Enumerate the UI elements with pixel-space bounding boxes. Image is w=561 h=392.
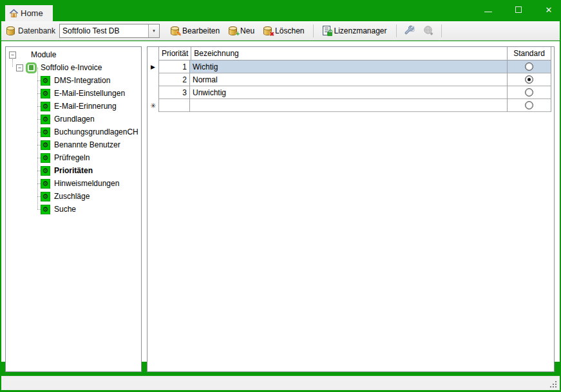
sidebar-item-prioritaeten[interactable]: ⚙ Prioritäten bbox=[6, 164, 141, 177]
standard-radio[interactable] bbox=[525, 88, 533, 97]
loeschen-button[interactable]: ✖ Löschen bbox=[259, 24, 309, 37]
sidebar-item-buchungsgrundlagen-ch[interactable]: ⚙ BuchungsgrundlagenCH bbox=[6, 126, 141, 138]
datenbank-select-value: Softfolio Test DB bbox=[60, 24, 148, 37]
neu-button[interactable]: + Neu bbox=[224, 24, 259, 37]
sidebar-item-grundlagen[interactable]: ⚙ Grundlagen bbox=[6, 113, 141, 126]
cell-standard[interactable] bbox=[508, 99, 551, 112]
home-icon bbox=[9, 8, 19, 18]
minimize-icon bbox=[484, 12, 492, 12]
standard-radio[interactable] bbox=[525, 101, 533, 109]
toolbar-separator bbox=[396, 24, 397, 37]
lizenzmanager-button[interactable]: Lizenzmanager bbox=[318, 24, 391, 37]
search-web-button-disabled[interactable] bbox=[420, 23, 437, 38]
database-icon bbox=[6, 26, 15, 35]
module-gear-icon: ⚙ bbox=[41, 153, 50, 163]
sidebar-item-email-einstellungen[interactable]: ⚙ E-Mail-Einstellungen bbox=[6, 87, 141, 100]
module-gear-icon: ⚙ bbox=[41, 76, 50, 86]
combobox-dropdown-button[interactable]: ▼ bbox=[148, 24, 159, 37]
sidebar-item-hinweismeldungen[interactable]: ⚙ Hinweismeldungen bbox=[6, 177, 141, 190]
close-button[interactable]: ✕ bbox=[544, 5, 553, 14]
row-selector[interactable] bbox=[147, 73, 159, 86]
tree-expander-icon[interactable]: − bbox=[9, 51, 16, 59]
database-delete-icon: ✖ bbox=[263, 26, 272, 35]
priorities-grid: Priorität Bezeichnung Standard ▶ 1 Wicht… bbox=[147, 47, 551, 112]
cell-prioritaet[interactable]: 2 bbox=[159, 73, 190, 86]
database-edit-icon: ✎ bbox=[171, 26, 179, 35]
row-selector[interactable] bbox=[147, 86, 159, 99]
settings-button[interactable] bbox=[401, 23, 417, 38]
table-row[interactable]: 2 Normal bbox=[147, 73, 551, 86]
current-row-marker-icon: ▶ bbox=[151, 64, 155, 70]
new-row-marker-icon: ✳ bbox=[150, 102, 156, 110]
tab-home-label: Home bbox=[21, 8, 43, 18]
cell-bezeichnung[interactable]: Normal bbox=[190, 73, 508, 86]
module-gear-icon: ⚙ bbox=[41, 205, 50, 214]
license-document-lock-icon bbox=[323, 26, 330, 35]
module-gear-icon: ⚙ bbox=[41, 140, 50, 150]
tree-group-label: Softfolio e-Invoice bbox=[41, 63, 102, 72]
globe-icon bbox=[423, 25, 434, 36]
sidebar-item-benannte-benutzer[interactable]: ⚙ Benannte Benutzer bbox=[6, 138, 141, 151]
module-gear-icon: ⚙ bbox=[41, 166, 50, 176]
cell-bezeichnung[interactable] bbox=[190, 99, 508, 112]
status-bar bbox=[1, 376, 560, 390]
minimize-button[interactable] bbox=[484, 5, 493, 14]
maximize-icon bbox=[515, 6, 522, 13]
table-row[interactable]: 3 Unwichtig bbox=[147, 86, 551, 99]
cell-bezeichnung[interactable]: Wichtig bbox=[190, 61, 508, 73]
module-gear-icon: ⚙ bbox=[41, 115, 50, 124]
cell-prioritaet[interactable]: 3 bbox=[159, 86, 190, 99]
toolbar: Datenbank Softfolio Test DB ▼ ✎ Bearbeit… bbox=[1, 21, 560, 41]
datenbank-select[interactable]: Softfolio Test DB ▼ bbox=[59, 24, 160, 38]
tree-root-label: Module bbox=[31, 50, 56, 59]
tab-home[interactable]: Home bbox=[5, 5, 53, 21]
column-header-prioritaet[interactable]: Priorität bbox=[159, 47, 191, 61]
standard-radio[interactable] bbox=[525, 75, 533, 84]
cell-standard[interactable] bbox=[508, 61, 551, 73]
standard-radio[interactable] bbox=[525, 62, 533, 71]
wrench-icon bbox=[404, 25, 415, 36]
bearbeiten-label: Bearbeiten bbox=[182, 26, 220, 35]
priorities-grid-panel: Priorität Bezeichnung Standard ▶ 1 Wicht… bbox=[147, 46, 555, 372]
table-row-new[interactable]: ✳ bbox=[147, 99, 551, 112]
sidebar-item-zuschlaege[interactable]: ⚙ Zuschläge bbox=[6, 190, 141, 203]
lizenzmanager-label: Lizenzmanager bbox=[334, 26, 386, 35]
column-header-bezeichnung[interactable]: Bezeichnung bbox=[191, 47, 508, 61]
e-invoice-icon bbox=[26, 62, 37, 73]
main-content: − Module − Softfolio e-Invoice ⚙ DMS-Int… bbox=[1, 41, 560, 362]
cell-bezeichnung[interactable]: Unwichtig bbox=[190, 86, 508, 99]
module-gear-icon: ⚙ bbox=[41, 102, 50, 111]
sidebar-item-dms-integration[interactable]: ⚙ DMS-Integration bbox=[6, 74, 141, 87]
sidebar-item-module[interactable]: − Module bbox=[6, 48, 141, 61]
module-tree-panel: − Module − Softfolio e-Invoice ⚙ DMS-Int… bbox=[5, 46, 142, 372]
sidebar-item-pruefregeln[interactable]: ⚙ Prüfregeln bbox=[6, 151, 141, 164]
cell-prioritaet[interactable]: 1 bbox=[159, 61, 190, 73]
toolbar-separator bbox=[313, 24, 314, 37]
resize-grip[interactable] bbox=[555, 386, 556, 387]
cell-standard[interactable] bbox=[508, 73, 551, 86]
sidebar-item-suche[interactable]: ⚙ Suche bbox=[6, 203, 141, 216]
maximize-button[interactable] bbox=[514, 5, 523, 14]
module-gear-icon: ⚙ bbox=[41, 89, 50, 98]
cell-standard[interactable] bbox=[508, 86, 551, 99]
bearbeiten-button[interactable]: ✎ Bearbeiten bbox=[166, 24, 224, 37]
neu-label: Neu bbox=[240, 26, 254, 35]
titlebar[interactable]: Home ✕ bbox=[0, 0, 561, 21]
module-tree: − Module − Softfolio e-Invoice ⚙ DMS-Int… bbox=[6, 47, 141, 216]
module-gear-icon: ⚙ bbox=[41, 127, 50, 137]
sidebar-item-email-erinnerung[interactable]: ⚙ E-Mail-Erinnerung bbox=[6, 100, 141, 113]
row-selector[interactable]: ▶ bbox=[147, 61, 159, 73]
app-window: Home ✕ Datenbank Softfolio Test DB ▼ ✎ B… bbox=[0, 0, 561, 392]
loeschen-label: Löschen bbox=[275, 26, 304, 35]
sidebar-item-softfolio-e-invoice[interactable]: − Softfolio e-Invoice bbox=[6, 61, 141, 74]
column-header-standard[interactable]: Standard bbox=[508, 47, 551, 61]
header-row-selector bbox=[147, 47, 159, 61]
row-selector[interactable]: ✳ bbox=[147, 99, 159, 112]
chevron-down-icon: ▼ bbox=[152, 29, 156, 33]
cell-prioritaet[interactable] bbox=[159, 99, 190, 112]
module-gear-icon: ⚙ bbox=[41, 179, 50, 189]
toolbar-separator bbox=[441, 24, 442, 37]
table-row[interactable]: ▶ 1 Wichtig bbox=[147, 61, 551, 73]
grid-header-row: Priorität Bezeichnung Standard bbox=[147, 47, 551, 61]
tree-expander-icon[interactable]: − bbox=[16, 64, 23, 71]
